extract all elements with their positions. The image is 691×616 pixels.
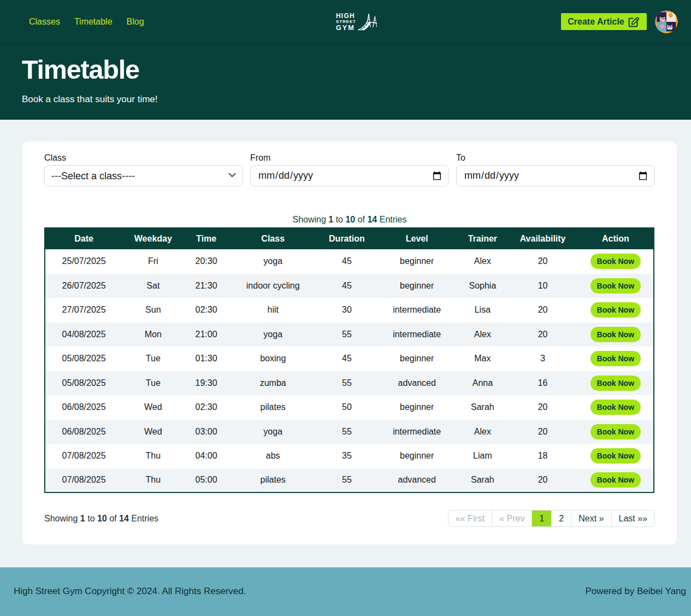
- svg-text:GYM: GYM: [336, 24, 355, 31]
- svg-text:STREET: STREET: [336, 19, 356, 24]
